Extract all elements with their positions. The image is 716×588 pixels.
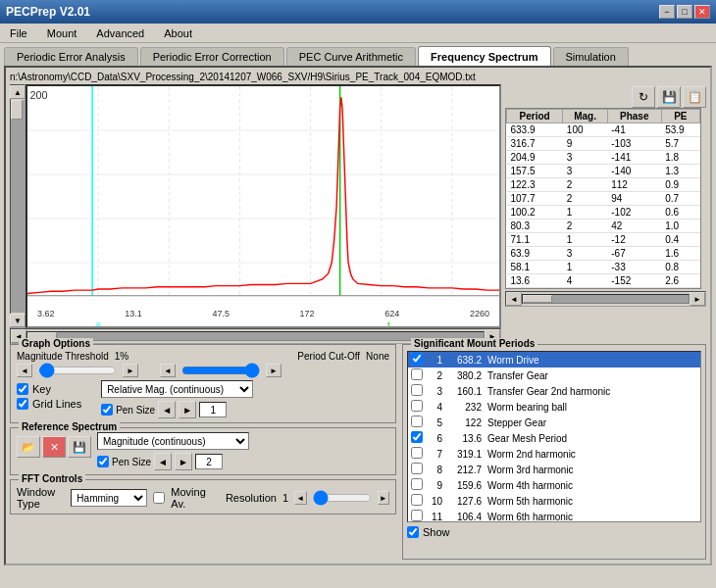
main-content: n:\Astronomy\CCD_Data\SXV_Processing_2\2… (4, 66, 712, 565)
maximize-button[interactable]: □ (677, 5, 692, 19)
period-row[interactable]: 2380.2Transfer Gear (408, 368, 700, 383)
period-row[interactable]: 8212.7Worm 3rd harmonic (408, 462, 700, 477)
left-controls: Graph Options Magnitude Threshold 1% Per… (10, 344, 396, 560)
col-mag: Mag. (563, 110, 607, 123)
key-label: Key (32, 383, 51, 395)
save-button[interactable]: 💾 (657, 86, 681, 108)
menu-mount[interactable]: Mount (41, 26, 83, 40)
x-label-6: 2260 (470, 309, 489, 318)
ref-save-button[interactable]: 💾 (68, 436, 91, 458)
stats-track[interactable] (522, 294, 690, 304)
period-row[interactable]: 5122Stepper Gear (408, 415, 700, 430)
mag-slider-left[interactable]: ◄ (17, 364, 32, 377)
period-checkbox-5[interactable] (411, 416, 423, 427)
period-checkbox-4[interactable] (411, 400, 423, 412)
resolution-slider[interactable] (313, 492, 372, 504)
reference-spectrum-title: Reference Spectrum (19, 421, 120, 432)
key-checkbox-row: Key (17, 383, 81, 395)
ref-open-button[interactable]: 📂 (17, 436, 40, 458)
scroll-up-button[interactable]: ▲ (10, 85, 26, 99)
menu-advanced[interactable]: Advanced (90, 26, 150, 40)
tab-frequency-spectrum[interactable]: Frequency Spectrum (418, 46, 550, 66)
x-label-2: 13.1 (125, 309, 142, 318)
period-checkbox-1[interactable] (411, 353, 423, 365)
bottom-panel: Graph Options Magnitude Threshold 1% Per… (10, 344, 706, 560)
col-pe: PE (661, 110, 699, 123)
ref-display-mode-select[interactable]: Magnitude (continuous) Phase Relative Ma… (97, 432, 249, 450)
period-slider-right[interactable]: ► (266, 364, 281, 377)
x-marker-2: 1 (386, 320, 391, 328)
menu-file[interactable]: File (4, 26, 33, 40)
pen-size-1-down[interactable]: ◄ (158, 401, 176, 418)
graph-options-title: Graph Options (19, 338, 93, 349)
tab-bar: Periodic Error Analysis Periodic Error C… (0, 43, 716, 66)
ref-action-buttons: 📂 ✕ 💾 (17, 436, 91, 458)
stats-row: 107.72940.7 (507, 192, 700, 206)
period-checkbox-6[interactable] (411, 431, 423, 443)
stats-thumb[interactable] (523, 295, 552, 303)
stats-row: 633.9100-4153.9 (507, 123, 700, 137)
moving-av-checkbox[interactable] (153, 492, 165, 504)
window-type-select[interactable]: Hamming Hann Blackman Rectangular (71, 489, 147, 507)
close-button[interactable]: ✕ (694, 5, 710, 19)
period-cutoff-label: Period Cut-Off (297, 351, 360, 362)
show-label: Show (423, 526, 450, 538)
export-button[interactable]: 📋 (683, 86, 706, 108)
mag-slider-right[interactable]: ► (123, 364, 138, 377)
show-row: Show (407, 526, 701, 538)
period-row[interactable]: 10127.6Worm 5th harmonic (408, 493, 700, 509)
tab-periodic-error-analysis[interactable]: Periodic Error Analysis (4, 47, 138, 66)
stats-scroll-left[interactable]: ◄ (506, 292, 522, 306)
display-mode-select[interactable]: Relative Mag. (continuous) Absolute Mag.… (101, 380, 253, 398)
stats-table: Period Mag. Phase PE 633.9100-4153.9316.… (506, 109, 700, 288)
ref-clear-button[interactable]: ✕ (42, 436, 66, 458)
refresh-button[interactable]: ↻ (632, 86, 655, 108)
magnitude-threshold-slider[interactable] (38, 365, 117, 376)
pen-size-2-up[interactable]: ► (175, 453, 192, 470)
period-row[interactable]: 9159.6Worm 4th harmonic (408, 477, 700, 493)
period-checkbox-3[interactable] (411, 384, 423, 396)
period-checkbox-7[interactable] (411, 447, 423, 459)
chart-wrapper: 200 3.62 13.1 47.5 172 624 (27, 86, 499, 326)
key-checkbox[interactable] (17, 383, 28, 395)
period-row[interactable]: 11106.4Worm 6th harmonic (408, 509, 700, 522)
period-row[interactable]: 7319.1Worm 2nd harmonic (408, 446, 700, 462)
period-row[interactable]: 613.6Gear Mesh Period (408, 430, 700, 446)
window-type-label: Window Type (17, 486, 65, 510)
pen-size-1-input[interactable] (199, 402, 227, 417)
tab-pec-curve-arithmetic[interactable]: PEC Curve Arithmetic (286, 47, 416, 66)
period-cutoff-value: None (366, 351, 389, 362)
gridlines-checkbox[interactable] (17, 398, 28, 410)
period-checkbox-2[interactable] (411, 368, 423, 380)
pen-size-1-row: Pen Size ◄ ► (101, 401, 389, 418)
pen-size-1-up[interactable]: ► (179, 401, 196, 418)
stats-row: 122.321120.9 (507, 178, 700, 192)
period-cutoff-slider[interactable] (181, 365, 260, 376)
period-checkbox-9[interactable] (411, 478, 423, 490)
show-checkbox[interactable] (407, 526, 419, 538)
menu-about[interactable]: About (158, 26, 198, 40)
pen-size-2-down[interactable]: ◄ (154, 453, 172, 470)
chart-vertical-scrollbar[interactable]: ▲ ▼ (10, 84, 26, 328)
period-slider-left[interactable]: ◄ (160, 364, 176, 377)
stats-scroll-right[interactable]: ► (690, 292, 705, 306)
pen-size-1-checkbox[interactable] (101, 404, 113, 416)
resolution-left[interactable]: ◄ (294, 491, 307, 505)
resolution-right[interactable]: ► (378, 491, 390, 505)
period-row[interactable]: 3160.1Transfer Gear 2nd harmonic (408, 383, 700, 399)
scroll-down-button[interactable]: ▼ (10, 314, 26, 327)
pen-size-2-input[interactable] (195, 454, 223, 469)
x-axis: 3.62 13.1 47.5 172 624 2260 6 1 (27, 307, 499, 326)
minimize-button[interactable]: − (659, 5, 675, 19)
period-row[interactable]: 4232Worm bearing ball (408, 399, 700, 415)
period-checkbox-10[interactable] (411, 494, 423, 506)
tab-simulation[interactable]: Simulation (553, 47, 629, 66)
stats-row: 316.79-1035.7 (507, 137, 700, 151)
tab-periodic-error-correction[interactable]: Periodic Error Correction (140, 47, 284, 66)
period-checkbox-8[interactable] (411, 463, 423, 474)
resolution-label: Resolution (226, 492, 277, 504)
stats-scrollbar[interactable]: ◄ ► (505, 291, 706, 307)
pen-size-2-checkbox[interactable] (97, 456, 109, 467)
period-checkbox-11[interactable] (411, 510, 423, 521)
period-row[interactable]: 1638.2Worm Drive (408, 352, 700, 368)
